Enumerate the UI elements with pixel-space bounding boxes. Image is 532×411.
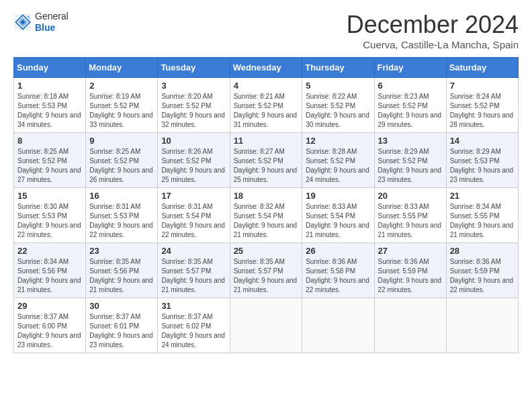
location-subtitle: Cuerva, Castille-La Mancha, Spain bbox=[347, 39, 519, 50]
day-info: Sunrise: 8:35 AM Sunset: 5:57 PM Dayligh… bbox=[234, 257, 299, 295]
logo-general-text: General bbox=[35, 11, 69, 22]
day-number: 19 bbox=[306, 191, 370, 201]
day-number: 9 bbox=[89, 136, 154, 146]
day-number: 15 bbox=[17, 191, 82, 201]
table-row: 1 Sunrise: 8:18 AM Sunset: 5:53 PM Dayli… bbox=[14, 78, 86, 133]
day-info: Sunrise: 8:36 AM Sunset: 5:59 PM Dayligh… bbox=[450, 257, 515, 295]
day-info: Sunrise: 8:34 AM Sunset: 5:56 PM Dayligh… bbox=[17, 257, 82, 295]
day-number: 1 bbox=[17, 81, 82, 91]
logo-icon bbox=[13, 13, 32, 32]
table-row: 6 Sunrise: 8:23 AM Sunset: 5:52 PM Dayli… bbox=[374, 78, 446, 133]
day-info: Sunrise: 8:36 AM Sunset: 5:59 PM Dayligh… bbox=[378, 257, 443, 295]
header-saturday: Saturday bbox=[446, 58, 518, 78]
table-row: 10 Sunrise: 8:26 AM Sunset: 5:52 PM Dayl… bbox=[158, 133, 230, 188]
table-row: 18 Sunrise: 8:32 AM Sunset: 5:54 PM Dayl… bbox=[230, 188, 302, 243]
day-number: 20 bbox=[378, 191, 443, 201]
table-row: 28 Sunrise: 8:36 AM Sunset: 5:59 PM Dayl… bbox=[446, 243, 518, 298]
day-number: 25 bbox=[234, 246, 299, 256]
day-info: Sunrise: 8:31 AM Sunset: 5:54 PM Dayligh… bbox=[161, 202, 226, 240]
day-number: 18 bbox=[234, 191, 299, 201]
header-sunday: Sunday bbox=[14, 58, 86, 78]
day-info: Sunrise: 8:20 AM Sunset: 5:52 PM Dayligh… bbox=[161, 92, 226, 130]
table-row: 19 Sunrise: 8:33 AM Sunset: 5:54 PM Dayl… bbox=[302, 188, 374, 243]
day-number: 31 bbox=[161, 301, 226, 311]
day-number: 28 bbox=[450, 246, 515, 256]
table-row: 27 Sunrise: 8:36 AM Sunset: 5:59 PM Dayl… bbox=[374, 243, 446, 298]
table-row: 9 Sunrise: 8:25 AM Sunset: 5:52 PM Dayli… bbox=[86, 133, 158, 188]
calendar-week-row: 1 Sunrise: 8:18 AM Sunset: 5:53 PM Dayli… bbox=[14, 78, 519, 133]
day-info: Sunrise: 8:34 AM Sunset: 5:55 PM Dayligh… bbox=[450, 202, 515, 240]
table-row: 15 Sunrise: 8:30 AM Sunset: 5:53 PM Dayl… bbox=[14, 188, 86, 243]
day-number: 24 bbox=[161, 246, 226, 256]
day-info: Sunrise: 8:22 AM Sunset: 5:52 PM Dayligh… bbox=[306, 92, 370, 130]
table-row bbox=[302, 298, 374, 353]
day-info: Sunrise: 8:37 AM Sunset: 6:00 PM Dayligh… bbox=[17, 312, 82, 350]
day-number: 21 bbox=[450, 191, 515, 201]
day-number: 2 bbox=[89, 81, 154, 91]
day-info: Sunrise: 8:35 AM Sunset: 5:57 PM Dayligh… bbox=[161, 257, 226, 295]
header-thursday: Thursday bbox=[302, 58, 374, 78]
table-row: 12 Sunrise: 8:28 AM Sunset: 5:52 PM Dayl… bbox=[302, 133, 374, 188]
day-number: 7 bbox=[450, 81, 515, 91]
day-info: Sunrise: 8:25 AM Sunset: 5:52 PM Dayligh… bbox=[17, 147, 82, 185]
day-info: Sunrise: 8:24 AM Sunset: 5:52 PM Dayligh… bbox=[450, 92, 515, 130]
day-number: 4 bbox=[234, 81, 299, 91]
day-info: Sunrise: 8:33 AM Sunset: 5:54 PM Dayligh… bbox=[306, 202, 370, 240]
table-row: 30 Sunrise: 8:37 AM Sunset: 6:01 PM Dayl… bbox=[86, 298, 158, 353]
table-row: 25 Sunrise: 8:35 AM Sunset: 5:57 PM Dayl… bbox=[230, 243, 302, 298]
day-info: Sunrise: 8:29 AM Sunset: 5:53 PM Dayligh… bbox=[450, 147, 515, 185]
table-row: 24 Sunrise: 8:35 AM Sunset: 5:57 PM Dayl… bbox=[158, 243, 230, 298]
day-number: 14 bbox=[450, 136, 515, 146]
table-row: 8 Sunrise: 8:25 AM Sunset: 5:52 PM Dayli… bbox=[14, 133, 86, 188]
day-number: 13 bbox=[378, 136, 443, 146]
header-wednesday: Wednesday bbox=[230, 58, 302, 78]
table-row: 4 Sunrise: 8:21 AM Sunset: 5:52 PM Dayli… bbox=[230, 78, 302, 133]
table-row: 26 Sunrise: 8:36 AM Sunset: 5:58 PM Dayl… bbox=[302, 243, 374, 298]
table-row bbox=[374, 298, 446, 353]
day-number: 16 bbox=[89, 191, 154, 201]
page-header: General Blue December 2024 Cuerva, Casti… bbox=[13, 11, 519, 50]
day-info: Sunrise: 8:31 AM Sunset: 5:53 PM Dayligh… bbox=[89, 202, 154, 240]
table-row: 2 Sunrise: 8:19 AM Sunset: 5:52 PM Dayli… bbox=[86, 78, 158, 133]
calendar-week-row: 22 Sunrise: 8:34 AM Sunset: 5:56 PM Dayl… bbox=[14, 243, 519, 298]
day-number: 26 bbox=[306, 246, 370, 256]
table-row bbox=[230, 298, 302, 353]
month-title: December 2024 bbox=[347, 11, 519, 39]
day-number: 6 bbox=[378, 81, 443, 91]
table-row: 5 Sunrise: 8:22 AM Sunset: 5:52 PM Dayli… bbox=[302, 78, 374, 133]
day-number: 27 bbox=[378, 246, 443, 256]
header-monday: Monday bbox=[86, 58, 158, 78]
day-info: Sunrise: 8:37 AM Sunset: 6:02 PM Dayligh… bbox=[161, 312, 226, 350]
day-info: Sunrise: 8:36 AM Sunset: 5:58 PM Dayligh… bbox=[306, 257, 370, 295]
calendar-week-row: 29 Sunrise: 8:37 AM Sunset: 6:00 PM Dayl… bbox=[14, 298, 519, 353]
logo: General Blue bbox=[13, 11, 69, 34]
table-row: 7 Sunrise: 8:24 AM Sunset: 5:52 PM Dayli… bbox=[446, 78, 518, 133]
day-info: Sunrise: 8:21 AM Sunset: 5:52 PM Dayligh… bbox=[234, 92, 299, 130]
day-number: 5 bbox=[306, 81, 370, 91]
day-number: 12 bbox=[306, 136, 370, 146]
table-row: 29 Sunrise: 8:37 AM Sunset: 6:00 PM Dayl… bbox=[14, 298, 86, 353]
day-info: Sunrise: 8:29 AM Sunset: 5:52 PM Dayligh… bbox=[378, 147, 443, 185]
title-block: December 2024 Cuerva, Castille-La Mancha… bbox=[347, 11, 519, 50]
day-number: 11 bbox=[234, 136, 299, 146]
table-row: 31 Sunrise: 8:37 AM Sunset: 6:02 PM Dayl… bbox=[158, 298, 230, 353]
day-number: 23 bbox=[89, 246, 154, 256]
table-row bbox=[446, 298, 518, 353]
day-info: Sunrise: 8:27 AM Sunset: 5:52 PM Dayligh… bbox=[234, 147, 299, 185]
calendar-header-row: Sunday Monday Tuesday Wednesday Thursday… bbox=[14, 58, 519, 78]
day-info: Sunrise: 8:19 AM Sunset: 5:52 PM Dayligh… bbox=[89, 92, 154, 130]
calendar-week-row: 15 Sunrise: 8:30 AM Sunset: 5:53 PM Dayl… bbox=[14, 188, 519, 243]
day-number: 10 bbox=[161, 136, 226, 146]
day-info: Sunrise: 8:35 AM Sunset: 5:56 PM Dayligh… bbox=[89, 257, 154, 295]
logo-blue-text: Blue bbox=[35, 22, 69, 34]
day-number: 17 bbox=[161, 191, 226, 201]
calendar-table: Sunday Monday Tuesday Wednesday Thursday… bbox=[13, 57, 519, 353]
table-row: 21 Sunrise: 8:34 AM Sunset: 5:55 PM Dayl… bbox=[446, 188, 518, 243]
day-info: Sunrise: 8:26 AM Sunset: 5:52 PM Dayligh… bbox=[161, 147, 226, 185]
day-info: Sunrise: 8:25 AM Sunset: 5:52 PM Dayligh… bbox=[89, 147, 154, 185]
header-tuesday: Tuesday bbox=[158, 58, 230, 78]
day-number: 22 bbox=[17, 246, 82, 256]
table-row: 22 Sunrise: 8:34 AM Sunset: 5:56 PM Dayl… bbox=[14, 243, 86, 298]
table-row: 20 Sunrise: 8:33 AM Sunset: 5:55 PM Dayl… bbox=[374, 188, 446, 243]
table-row: 3 Sunrise: 8:20 AM Sunset: 5:52 PM Dayli… bbox=[158, 78, 230, 133]
